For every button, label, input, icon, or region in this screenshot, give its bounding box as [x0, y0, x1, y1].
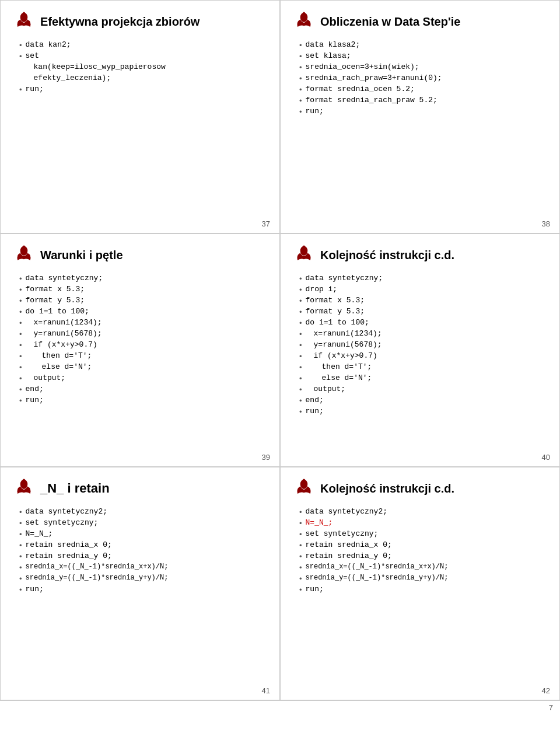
slide-39: Warunki i pętle •data syntetyczny; •form… — [0, 233, 280, 467]
list-item: •then d='T'; — [299, 362, 547, 372]
slide-38: Obliczenia w Data Step'ie • data klasa2;… — [280, 0, 560, 233]
list-item: • srednia_rach_praw=3+ranuni(0); — [299, 74, 547, 83]
list-item: •output; — [299, 385, 547, 394]
list-item: • data kan2; — [19, 40, 267, 50]
list-item: •set syntetyczny; — [299, 529, 547, 539]
slide-41-content: •data syntetyczny2; •set syntetyczny; •N… — [13, 507, 267, 594]
list-item: •do i=1 to 100; — [299, 318, 547, 327]
slide-42-content: •data syntetyczny2; •N=_N_; •set syntety… — [293, 507, 547, 594]
list-item: •output; — [19, 374, 267, 383]
list-item: •format x 5.3; — [19, 285, 267, 294]
slide-number-42: 42 — [542, 686, 550, 695]
slide-42-header: Kolejność instrukcji c.d. — [293, 478, 547, 499]
list-item: •retain srednia_x 0; — [299, 540, 547, 550]
list-item: •y=ranuni(5678); — [19, 329, 267, 338]
slide-40: Kolejność instrukcji c.d. •data syntetyc… — [280, 233, 560, 467]
list-item: • efekty_leczenia); — [19, 74, 267, 83]
list-item: •set syntetyczny; — [19, 518, 267, 528]
list-item: •x=ranuni(1234); — [299, 329, 547, 338]
list-item: •data syntetyczny2; — [299, 507, 547, 516]
slides-grid: Efektywna projekcja zbiorów • data kan2;… — [0, 0, 560, 700]
svg-rect-2 — [23, 12, 25, 15]
slide-38-content: • data klasa2; • set klasa; • srednia_oc… — [293, 40, 547, 116]
list-item: • run; — [299, 107, 547, 116]
list-item: •N=_N_; — [19, 529, 267, 539]
list-item: •data syntetyczny; — [299, 274, 547, 283]
list-item: •end; — [299, 396, 547, 405]
list-item: •N=_N_; — [299, 518, 547, 528]
list-item: •run; — [19, 585, 267, 594]
slide-40-title: Kolejność instrukcji c.d. — [320, 249, 454, 262]
list-item: • data klasa2; — [299, 40, 547, 50]
list-item: •run; — [19, 396, 267, 405]
slide-37-header: Efektywna projekcja zbiorów — [13, 11, 267, 32]
slide-41: _N_ i retain •data syntetyczny2; •set sy… — [0, 467, 280, 700]
list-item: •srednia_x=((_N_-1)*srednia_x+x)/N; — [19, 563, 267, 572]
eagle-icon-41 — [13, 478, 34, 499]
slide-number-41: 41 — [262, 686, 270, 695]
list-item: •end; — [19, 385, 267, 394]
list-item: •format y 5.3; — [299, 307, 547, 316]
list-item: •y=ranuni(5678); — [299, 340, 547, 350]
list-item: •srednia_y=((_N_-1)*srednia_y+y)/N; — [19, 574, 267, 583]
list-item: •format y 5.3; — [19, 296, 267, 305]
slide-38-title: Obliczenia w Data Step'ie — [320, 15, 460, 29]
list-item: • srednia_ocen=3+sin(wiek); — [299, 62, 547, 72]
list-item: •retain srednia_x 0; — [19, 540, 267, 550]
slide-41-title: _N_ i retain — [40, 481, 110, 496]
slide-number-40: 40 — [542, 453, 550, 462]
slide-37: Efektywna projekcja zbiorów • data kan2;… — [0, 0, 280, 233]
list-item: •srednia_y=((_N_-1)*srednia_y+y)/N; — [299, 574, 547, 583]
list-item: • set — [19, 51, 267, 61]
page-number: 7 — [549, 703, 553, 712]
page-footer: 7 — [0, 700, 560, 714]
svg-rect-11 — [303, 246, 305, 248]
slide-40-content: •data syntetyczny; •drop i; •format x 5.… — [293, 274, 547, 416]
list-item: • format srednia_rach_praw 5.2; — [299, 96, 547, 105]
list-item: •format x 5.3; — [299, 296, 547, 305]
svg-rect-14 — [23, 479, 25, 481]
slide-42-title: Kolejność instrukcji c.d. — [320, 482, 454, 495]
list-item: •data syntetyczny; — [19, 274, 267, 283]
list-item: • run; — [19, 85, 267, 94]
slide-40-header: Kolejność instrukcji c.d. — [293, 245, 547, 266]
slide-37-title: Efektywna projekcja zbiorów — [40, 15, 200, 29]
slide-39-title: Warunki i pętle — [40, 249, 123, 262]
list-item: • kan(keep=ilosc_wyp_papierosow — [19, 62, 267, 72]
slide-number-37: 37 — [262, 219, 270, 228]
slide-38-header: Obliczenia w Data Step'ie — [293, 11, 547, 32]
slide-number-39: 39 — [262, 453, 270, 462]
list-item: •run; — [299, 407, 547, 416]
eagle-icon-38 — [293, 11, 314, 32]
slide-41-header: _N_ i retain — [13, 478, 267, 499]
list-item: • set klasa; — [299, 51, 547, 61]
svg-rect-17 — [303, 479, 305, 481]
svg-rect-5 — [303, 12, 305, 15]
list-item: •data syntetyczny2; — [19, 507, 267, 516]
list-item: •retain srednia_y 0; — [299, 552, 547, 561]
list-item: •srednia_x=((_N_-1)*srednia_x+x)/N; — [299, 563, 547, 572]
list-item: •then d='T'; — [19, 351, 267, 361]
list-item: •drop i; — [299, 285, 547, 294]
slide-number-38: 38 — [542, 219, 550, 228]
eagle-icon-37 — [13, 11, 34, 32]
svg-rect-8 — [23, 246, 25, 248]
eagle-icon-39 — [13, 245, 34, 266]
slide-37-content: • data kan2; • set • kan(keep=ilosc_wyp_… — [13, 40, 267, 94]
list-item: •if (x*x+y>0.7) — [19, 340, 267, 350]
eagle-icon-40 — [293, 245, 314, 266]
slide-39-header: Warunki i pętle — [13, 245, 267, 266]
eagle-icon-42 — [293, 478, 314, 499]
list-item: •x=ranuni(1234); — [19, 318, 267, 327]
list-item: •do i=1 to 100; — [19, 307, 267, 316]
slide-42: Kolejność instrukcji c.d. •data syntetyc… — [280, 467, 560, 700]
slide-39-content: •data syntetyczny; •format x 5.3; •forma… — [13, 274, 267, 405]
list-item: •else d='N'; — [299, 374, 547, 383]
list-item: •retain srednia_y 0; — [19, 552, 267, 561]
list-item: • format srednia_ocen 5.2; — [299, 85, 547, 94]
list-item: •if (x*x+y>0.7) — [299, 351, 547, 361]
list-item: •else d='N'; — [19, 362, 267, 372]
list-item: •run; — [299, 585, 547, 594]
